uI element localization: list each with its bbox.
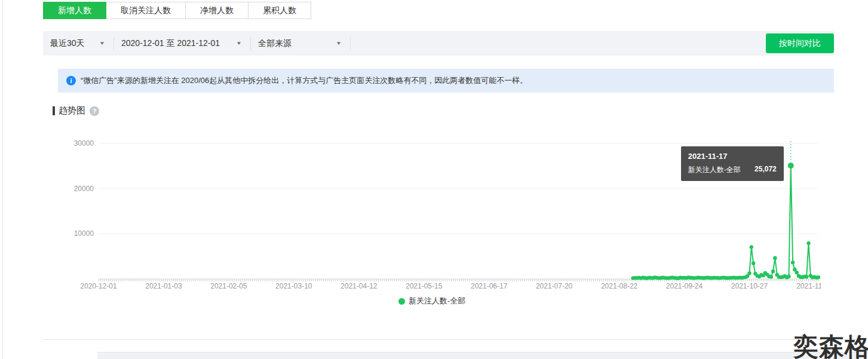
svg-text:2021-09-24: 2021-09-24 bbox=[666, 282, 703, 290]
source-value: 全部来源 bbox=[258, 38, 292, 49]
legend-item[interactable]: 新关注人数-全部 bbox=[398, 296, 465, 306]
chart-legend: 新关注人数-全部 bbox=[43, 296, 821, 306]
tooltip-value: 25,072 bbox=[754, 165, 777, 175]
svg-text:2021-08-22: 2021-08-22 bbox=[601, 282, 638, 290]
filter-bar: 最近30天 ▼ 2020-12-01 至 2021-12-01 ▼ 全部来源 ▼… bbox=[43, 31, 834, 56]
svg-text:2021-04-12: 2021-04-12 bbox=[341, 282, 378, 290]
svg-text:2021-10-27: 2021-10-27 bbox=[731, 282, 768, 290]
notice-banner: i “微信广告”来源的新增关注在 2020/06起从其他中拆分给出，计算方式与广… bbox=[58, 69, 834, 93]
legend-marker bbox=[398, 298, 405, 305]
notice-text: “微信广告”来源的新增关注在 2020/06起从其他中拆分给出，计算方式与广告主… bbox=[81, 75, 527, 86]
svg-text:2021-01-03: 2021-01-03 bbox=[145, 282, 182, 290]
chevron-down-icon: ▼ bbox=[99, 41, 105, 46]
chevron-down-icon: ▼ bbox=[336, 41, 342, 46]
time-range-value: 最近30天 bbox=[50, 38, 85, 49]
compare-by-time-button[interactable]: 按时间对比 bbox=[766, 33, 834, 53]
svg-text:10000: 10000 bbox=[74, 229, 94, 238]
chart-tooltip: 2021-11-17 新关注人数-全部 25,072 bbox=[681, 146, 784, 181]
trend-card: i “微信广告”来源的新增关注在 2020/06起从其他中拆分给出，计算方式与广… bbox=[43, 56, 834, 340]
tooltip-date: 2021-11-17 bbox=[688, 152, 777, 161]
date-range-select[interactable]: 2020-12-01 至 2021-12-01 ▼ bbox=[114, 31, 250, 56]
source-select[interactable]: 全部来源 ▼ bbox=[251, 31, 350, 56]
tab-cumulative[interactable]: 累积人数 bbox=[248, 2, 311, 19]
chevron-down-icon: ▼ bbox=[236, 41, 242, 46]
filter-divider bbox=[350, 37, 351, 50]
watermark-text: 奕森格 bbox=[793, 330, 868, 359]
svg-text:2020-12-01: 2020-12-01 bbox=[80, 282, 117, 290]
info-icon: i bbox=[66, 76, 76, 85]
watermark: 奕森格 bbox=[793, 330, 868, 359]
metric-tabs: 新增人数 取消关注人数 净增人数 累积人数 bbox=[43, 2, 311, 19]
svg-text:2021-11-29: 2021-11-29 bbox=[796, 282, 821, 290]
time-range-select[interactable]: 最近30天 ▼ bbox=[43, 31, 114, 56]
page-left-border bbox=[2, 0, 3, 359]
title-accent-bar bbox=[53, 106, 55, 115]
svg-text:2021-06-17: 2021-06-17 bbox=[471, 282, 508, 290]
svg-text:2021-03-10: 2021-03-10 bbox=[275, 282, 312, 290]
tab-net-growth[interactable]: 净增人数 bbox=[185, 2, 249, 19]
section-title: 趋势图 ? bbox=[53, 105, 834, 116]
help-icon[interactable]: ? bbox=[90, 106, 99, 116]
legend-label: 新关注人数-全部 bbox=[409, 296, 465, 306]
svg-text:2021-02-05: 2021-02-05 bbox=[210, 282, 247, 290]
date-range-value: 2020-12-01 至 2021-12-01 bbox=[121, 38, 220, 49]
next-section-bar bbox=[97, 352, 868, 359]
tab-unfollowers[interactable]: 取消关注人数 bbox=[106, 2, 186, 19]
svg-text:20000: 20000 bbox=[74, 185, 94, 193]
svg-text:2021-07-20: 2021-07-20 bbox=[536, 282, 573, 290]
tab-new-followers[interactable]: 新增人数 bbox=[43, 2, 106, 19]
svg-text:30000: 30000 bbox=[74, 139, 94, 148]
svg-text:2021-05-15: 2021-05-15 bbox=[406, 282, 443, 290]
section-title-text: 趋势图 bbox=[59, 105, 85, 116]
tooltip-series-label: 新关注人数-全部 bbox=[688, 165, 741, 175]
